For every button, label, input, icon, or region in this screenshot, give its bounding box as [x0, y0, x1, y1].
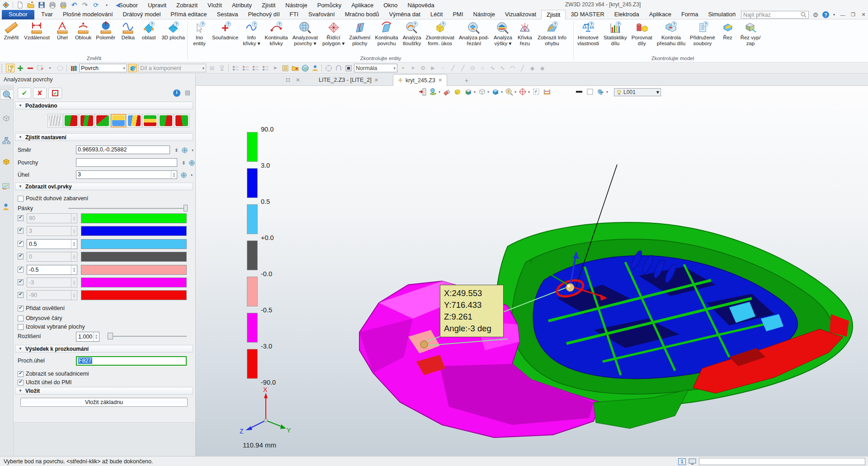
angle-result-input[interactable]: F827 — [76, 356, 187, 366]
ribbon-tab-léčit[interactable]: Léčit — [425, 10, 448, 19]
cancel-button[interactable]: ✘ — [33, 88, 47, 99]
eraser-icon[interactable] — [443, 88, 451, 96]
section-insert[interactable]: Vložit — [15, 387, 193, 395]
dropdown-small-icon[interactable]: ▾ — [189, 146, 196, 154]
menu-pomůcky[interactable]: Pomůcky — [312, 2, 346, 9]
ribbon-tab-forma[interactable]: Forma — [676, 10, 703, 19]
outline-checkbox[interactable] — [18, 315, 24, 321]
collapse-ribbon-icon[interactable]: ⌃ — [731, 11, 738, 19]
ribbon-tab-zjistit[interactable]: Zjistit — [541, 10, 566, 19]
t-circledot-icon[interactable]: ⊙ — [468, 64, 477, 72]
model-3d[interactable]: Y — [196, 86, 868, 456]
new-doc-tab[interactable]: + — [465, 77, 468, 84]
band-0-value[interactable]: 0△▽ — [27, 252, 77, 262]
globe-pick-icon[interactable] — [188, 159, 195, 166]
solid-part-icon[interactable] — [2, 157, 12, 167]
ribbon-item-ruler[interactable]: Změřit — [1, 19, 22, 41]
band-0.5-value[interactable]: 0.5▲▼ — [27, 239, 77, 249]
ribbon-tab-vizualizovat[interactable]: Vizualizovat — [500, 10, 541, 19]
ribbon-item-draft[interactable]: ?Zkontrolovat form. úkos — [424, 19, 457, 46]
rgb-cube-icon[interactable] — [464, 88, 473, 96]
black-bar-icon[interactable] — [575, 88, 584, 96]
ribbon-item-distance[interactable]: Vzdálenost — [22, 19, 52, 41]
cube-stack-icon[interactable] — [597, 88, 605, 96]
required-option-layered-box[interactable] — [142, 114, 158, 127]
notes-icon[interactable]: ▤ — [185, 89, 190, 96]
help-dropdown-icon[interactable]: ▾ — [832, 11, 836, 19]
ribbon-item-ino[interactable]: ?Ino entity — [189, 19, 210, 46]
band-0-color[interactable] — [81, 252, 187, 262]
undo-icon[interactable]: ↶ — [70, 1, 78, 9]
open-file-icon[interactable] — [27, 1, 35, 9]
render-image-icon[interactable] — [2, 182, 12, 192]
menu-zjistit[interactable]: Zjistit — [257, 2, 280, 9]
folder-close-icon[interactable] — [291, 64, 299, 72]
ribbon-item-seconoff[interactable]: Řez vyp/ zap — [738, 19, 763, 46]
menu-upravit[interactable]: Upravit — [143, 2, 171, 9]
ribbon-item-interfere[interactable]: ?Kontrola přesahu dílu — [655, 19, 688, 46]
ribbon-item-sectioncurve[interactable]: Křivka řezu — [514, 19, 535, 46]
band-0.5-checkbox[interactable] — [18, 241, 24, 247]
isolate-checkbox[interactable] — [18, 324, 24, 330]
web-globe-icon[interactable] — [301, 64, 309, 72]
ribbon-item-stats[interactable]: ?Statisktiky dílu — [601, 19, 629, 46]
menu-aplikace[interactable]: Aplikace — [346, 2, 378, 9]
n-joint-icon[interactable] — [334, 64, 343, 72]
t-circle-icon[interactable]: ○ — [478, 64, 487, 72]
ribbon-tab-přímá-editace[interactable]: Přímá editace — [165, 10, 212, 19]
rainbow-checkbox[interactable] — [18, 196, 24, 202]
ribbon-tab-plechový-díl[interactable]: Plechový díl — [243, 10, 285, 19]
anchor-icon[interactable] — [217, 64, 226, 72]
filter-colors-icon[interactable] — [69, 64, 78, 72]
t-surf2-icon[interactable]: ◆ — [538, 64, 547, 72]
zoom-window-dropdown-icon[interactable]: ▾ — [514, 90, 516, 94]
cursor-small-icon[interactable]: ➤ — [271, 64, 279, 72]
close-doc-icon[interactable]: ✕ — [296, 77, 300, 83]
blue-cube-icon[interactable] — [491, 88, 500, 96]
ribbon-item-surfcont[interactable]: Kontinuita povrchu — [373, 19, 401, 46]
style-combo[interactable]: Normála▾ — [354, 64, 397, 72]
ribbon-item-arc[interactable]: Oblouk — [73, 19, 94, 41]
ribbon-item-height[interactable]: Analýza výšky ▾ — [491, 19, 514, 46]
black-window-icon[interactable] — [344, 64, 353, 72]
t-wave1-icon[interactable]: ∿ — [488, 64, 497, 72]
ribbon-item-analyzesurf[interactable]: Analyzovat povrchy ▾ — [290, 19, 320, 46]
doc-tab-1[interactable]: LITE_2.Z3 - [LITE_2]✕ — [314, 74, 383, 86]
required-option-green-red-curve[interactable] — [63, 114, 79, 127]
menu-atributy[interactable]: Atributy — [227, 2, 257, 9]
band-3-checkbox[interactable] — [18, 228, 24, 234]
t-dots-icon[interactable]: ⁖ — [439, 64, 447, 72]
yellow-box-icon[interactable] — [453, 88, 462, 96]
regenerate-icon[interactable]: ⟳ — [92, 1, 100, 9]
ribbon-item-angle[interactable]: Úhel — [52, 19, 73, 41]
band--3-value[interactable]: -3△▽ — [27, 278, 77, 287]
ribbon-item-surfcurv[interactable]: Zakřivení plochy — [347, 19, 373, 46]
t-cursor-icon[interactable]: ➤ — [409, 64, 417, 72]
zoom-window-icon[interactable] — [505, 88, 514, 96]
scope-combo[interactable]: Díl a komponent▾ — [138, 64, 206, 72]
band--0.5-checkbox[interactable] — [18, 267, 24, 273]
section-result[interactable]: Výsledek k prozkoumání — [15, 345, 193, 353]
band-0-checkbox[interactable] — [18, 254, 24, 259]
measure-ruler-icon[interactable] — [543, 88, 552, 96]
insert-block-2-icon[interactable] — [241, 64, 250, 72]
restore-button[interactable]: ❐ — [849, 11, 857, 19]
required-option-green-red-wave[interactable] — [158, 114, 174, 127]
band--0.5-color[interactable] — [81, 265, 187, 275]
band-90-value[interactable]: 90△▽ — [27, 213, 77, 223]
t-line3-icon[interactable]: ╱ — [518, 64, 527, 72]
band--90-value[interactable]: -90△▽ — [27, 290, 77, 300]
redo-icon[interactable]: ↷ — [81, 1, 89, 9]
band-3-value[interactable]: 3△▽ — [27, 226, 77, 236]
visibility-dropdown-icon[interactable]: ▾ — [439, 90, 440, 94]
menu-vložit[interactable]: Vložit — [203, 2, 227, 9]
ribbon-tab-mračno-bodů[interactable]: Mračno bodů — [340, 10, 384, 19]
blue-cube-dropdown-icon[interactable]: ▾ — [501, 90, 503, 94]
bands-slider-thumb[interactable] — [184, 205, 188, 212]
minimize-button[interactable]: — — [839, 11, 846, 19]
reference-cube-icon[interactable] — [2, 114, 12, 124]
rgb-cube-dropdown-icon[interactable]: ▾ — [474, 90, 476, 94]
resolution-slider-thumb[interactable] — [108, 333, 113, 339]
required-option-green-red-wave2[interactable] — [174, 114, 189, 127]
required-option-green-red-quad[interactable] — [79, 114, 94, 127]
